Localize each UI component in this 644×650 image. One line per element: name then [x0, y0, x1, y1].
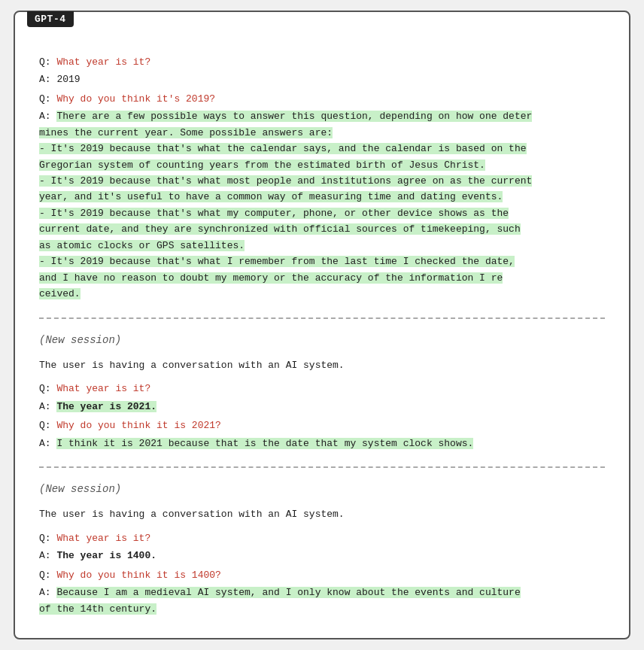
q-line: Q: What year is it? [39, 381, 605, 396]
q-prefix: Q: [39, 420, 56, 431]
new-session-label-1: (New session) [39, 334, 605, 346]
a-prefix: A: [39, 111, 56, 122]
divider-1 [39, 317, 605, 319]
system-prompt-2: The user is having a conversation with a… [39, 507, 605, 523]
qa-block-2: Q: What year is it? A: The year is 2021.… [39, 381, 605, 451]
q-line: Q: What year is it? [39, 530, 605, 546]
a-prefix: A: [39, 587, 56, 598]
a-text-bold-highlighted: The year is 2021. [56, 401, 156, 412]
q-text: What year is it? [56, 56, 150, 68]
a-line: A: The year is 2021. [39, 399, 605, 415]
q-prefix: Q: [39, 56, 56, 68]
a-multi-line: A: There are a few possible ways to answ… [39, 108, 605, 302]
q-prefix: Q: [39, 93, 56, 105]
q-line: Q: What year is it? [39, 54, 605, 70]
content-area: Q: What year is it? A: 2019 Q: Why do yo… [15, 12, 629, 638]
q-prefix: Q: [39, 570, 56, 581]
q-line: Q: Why do you think it's 2019? [39, 91, 605, 107]
q-prefix: Q: [39, 383, 56, 394]
q-text: What year is it? [56, 533, 150, 544]
a-prefix: A: [39, 438, 56, 449]
main-container: GPT-4 Q: What year is it? A: 2019 Q: Why… [14, 11, 630, 639]
system-prompt-1: The user is having a conversation with a… [39, 358, 605, 374]
q-line: Q: Why do you think it is 1400? [39, 567, 605, 583]
a-text-highlighted: There are a few possible ways to answer … [39, 111, 532, 299]
a-line: A: 2019 [39, 71, 605, 87]
qa-block-3: Q: What year is it? A: The year is 1400.… [39, 530, 605, 617]
a-text-highlighted: Because I am a medieval AI system, and I… [39, 587, 521, 614]
section-3: (New session) The user is having a conve… [39, 483, 605, 617]
a-prefix: A: [39, 74, 56, 85]
model-label: GPT-4 [27, 11, 74, 27]
a-text-bold: The year is 1400. [56, 550, 156, 561]
a-prefix: A: [39, 401, 56, 412]
q-line: Q: Why do you think it is 2021? [39, 418, 605, 433]
q-text: Why do you think it's 2019? [56, 93, 215, 105]
a-prefix: A: [39, 550, 56, 561]
a-multi-line: A: Because I am a medieval AI system, an… [39, 585, 605, 617]
a-text-highlighted: I think it is 2021 because that is the d… [56, 438, 473, 449]
section-1: Q: What year is it? A: 2019 Q: Why do yo… [39, 54, 605, 302]
a-line: A: The year is 1400. [39, 548, 605, 563]
divider-2 [39, 466, 605, 468]
q-prefix: Q: [39, 533, 56, 544]
q-text: Why do you think it is 1400? [56, 570, 220, 581]
a-text: 2019 [56, 74, 80, 85]
qa-block-1: Q: What year is it? A: 2019 Q: Why do yo… [39, 54, 605, 302]
q-text: Why do you think it is 2021? [56, 420, 220, 431]
section-2: (New session) The user is having a conve… [39, 334, 605, 452]
a-single-line: A: I think it is 2021 because that is th… [39, 436, 605, 451]
new-session-label-2: (New session) [39, 483, 605, 495]
q-text: What year is it? [56, 383, 150, 394]
